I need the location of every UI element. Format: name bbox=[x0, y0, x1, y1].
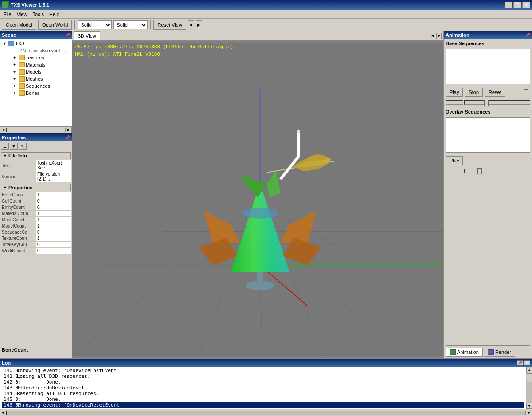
expand-icon-models: + bbox=[13, 70, 18, 74]
viewport-nav-left[interactable]: ◀ bbox=[430, 33, 435, 39]
overlay-sequences-listbox[interactable] bbox=[446, 117, 530, 153]
prop-row-modelcount: ModelCount1 bbox=[1, 223, 71, 229]
render-mode-select-2[interactable]: Solid Wireframe bbox=[113, 20, 148, 29]
tree-item-meshes[interactable]: + Meshes bbox=[1, 75, 71, 82]
tree-label-bones: Bones bbox=[26, 90, 39, 96]
play-overlay-button[interactable]: Play bbox=[446, 156, 463, 165]
base-sequences-label: Base Sequences bbox=[446, 41, 530, 46]
open-model-button[interactable]: Open Model bbox=[2, 20, 36, 30]
scene-pin-icon[interactable]: 📌 bbox=[65, 33, 70, 37]
props-section-header: ▼ Properties bbox=[1, 184, 71, 191]
tree-item-bones[interactable]: + Bones bbox=[1, 90, 71, 97]
render-mode-select-1[interactable]: Solid Wireframe bbox=[78, 20, 112, 29]
pos-slider-thumb bbox=[484, 100, 489, 106]
toolbar: Open Model Open World Solid Wireframe So… bbox=[0, 19, 532, 31]
svg-rect-18 bbox=[257, 272, 263, 288]
prop-row-meshcount: MeshCount1 bbox=[1, 217, 71, 223]
open-world-button[interactable]: Open World bbox=[38, 20, 72, 30]
log-row-146[interactable]: 146 0: Throwing event: 'OnDeviceResetEve… bbox=[2, 402, 524, 408]
expand-icon-materials: + bbox=[13, 63, 18, 67]
log-hscroll[interactable]: ◀ ▶ bbox=[0, 409, 532, 416]
prop-btn-2[interactable]: ▼ bbox=[10, 143, 18, 150]
bonecount-area: BoneCount bbox=[0, 345, 72, 358]
overlay-slider-thumb bbox=[477, 168, 482, 174]
close-button[interactable]: ✕ bbox=[522, 2, 530, 8]
log-msg-144: Resetting all D3D resources. bbox=[15, 391, 101, 396]
menu-tools[interactable]: Tools bbox=[30, 11, 47, 18]
tree-item-textures[interactable]: + Textures bbox=[1, 54, 71, 61]
minimize-button[interactable]: ─ bbox=[505, 2, 512, 8]
tree-icon-models bbox=[19, 69, 25, 75]
reset-button[interactable]: Reset bbox=[485, 88, 505, 97]
animation-pin-icon[interactable]: 📌 bbox=[525, 33, 530, 37]
titlebar: TXS Viewer 1.5.1 ─ ☐ ✕ bbox=[0, 0, 532, 10]
toolbar-nav-left[interactable]: ◀ bbox=[188, 20, 194, 29]
svg-point-21 bbox=[242, 208, 278, 218]
prop-label-text: Text bbox=[1, 160, 36, 171]
prop-row-version: Version File version (2.1)... bbox=[1, 171, 71, 182]
props-table: BoneCount1 CellCount0 EntityCount0 Mater… bbox=[1, 192, 71, 254]
log-header-controls: 📌 ✕ bbox=[517, 360, 530, 365]
toolbar-nav-right[interactable]: ▶ bbox=[196, 20, 202, 29]
tree-icon-textures bbox=[19, 55, 25, 60]
anim-pos-slider-main[interactable] bbox=[464, 100, 530, 105]
render-tab-icon bbox=[488, 349, 494, 355]
maximize-button[interactable]: ☐ bbox=[513, 2, 521, 8]
scene-scrollbar[interactable]: ◀ ▶ bbox=[0, 126, 72, 133]
log-scroll-down[interactable]: ▼ bbox=[526, 403, 532, 409]
props-collapse-icon[interactable]: ▼ bbox=[3, 185, 7, 190]
scroll-right-btn[interactable]: ▶ bbox=[66, 127, 72, 133]
tree-icon-bones bbox=[19, 90, 25, 96]
fileinfo-collapse-icon[interactable]: ▼ bbox=[3, 153, 7, 158]
log-hscroll-left[interactable]: ◀ bbox=[0, 410, 6, 416]
viewport-tab[interactable]: 3D View bbox=[74, 31, 100, 40]
log-hscroll-right[interactable]: ▶ bbox=[526, 410, 532, 416]
viewport-nav-right[interactable]: ▶ bbox=[436, 33, 442, 39]
tree-label-path: Z:\Projects\Barnyard_... bbox=[20, 48, 66, 53]
tree-item-models[interactable]: + Models bbox=[1, 68, 71, 75]
tree-item-materials[interactable]: + Materials bbox=[1, 61, 71, 68]
reset-view-button[interactable]: Reset View bbox=[153, 20, 186, 30]
tree-item-sequences[interactable]: + Sequences bbox=[1, 82, 71, 90]
anim-pos-slider-left[interactable] bbox=[446, 100, 463, 105]
tab-render[interactable]: Render bbox=[484, 348, 515, 357]
prop-value-entitycount: 0 bbox=[36, 204, 71, 211]
prop-label-meshcount: MeshCount bbox=[1, 217, 36, 223]
viewport-area: 3D View ◀ ▶ bbox=[72, 31, 443, 358]
log-scroll-up[interactable]: ▲ bbox=[526, 367, 532, 373]
prop-row-entitycount: EntityCount0 bbox=[1, 204, 71, 211]
scroll-left-btn[interactable]: ◀ bbox=[0, 127, 6, 133]
tree-item-txs[interactable]: ▼ TXS bbox=[1, 40, 71, 47]
toolbar-separator-2 bbox=[150, 20, 151, 29]
prop-btn-3[interactable]: ✎ bbox=[19, 143, 27, 150]
viewport-header: 3D View ◀ ▶ bbox=[72, 31, 443, 41]
menu-help[interactable]: Help bbox=[47, 11, 62, 18]
log-content[interactable]: 140 0: Throwing event: 'OnDeviceLostEven… bbox=[0, 367, 526, 409]
tree-label-materials: Materials bbox=[26, 62, 46, 67]
anim-overlay-slider-main[interactable] bbox=[464, 169, 530, 173]
properties-pin-icon[interactable]: 📌 bbox=[65, 135, 70, 140]
prop-value-texcount: 1 bbox=[36, 235, 71, 242]
log-id-142: 142 0: bbox=[2, 379, 15, 385]
viewport-3d[interactable]: 26.57 fps (880x727), X8R8G8B8 (D24S8) (4… bbox=[72, 41, 443, 358]
base-sequences-listbox[interactable] bbox=[446, 49, 530, 84]
log-scrollbar[interactable]: ▲ ▼ bbox=[526, 367, 532, 409]
prop-btn-1[interactable]: ☰ bbox=[1, 143, 9, 150]
menu-view[interactable]: View bbox=[14, 11, 30, 18]
log-close-btn[interactable]: ✕ bbox=[524, 360, 530, 365]
anim-speed-slider[interactable] bbox=[509, 90, 530, 94]
toolbar-separator-1 bbox=[74, 20, 75, 29]
menu-file[interactable]: File bbox=[1, 11, 14, 18]
tree-item-path[interactable]: Z:\Projects\Barnyard_... bbox=[1, 47, 71, 54]
prop-row-totalkeycount: TotalKeyCou0 bbox=[1, 242, 71, 248]
log-pin-btn[interactable]: 📌 bbox=[517, 360, 523, 365]
anim-overlay-slider-left[interactable] bbox=[446, 169, 463, 173]
log-msg-141: Losing all D3D resources. bbox=[15, 373, 92, 379]
expand-icon-meshes: + bbox=[13, 77, 18, 81]
tab-animation[interactable]: Animation bbox=[446, 348, 483, 357]
prop-row-text: Text Toshi eXport Sce... bbox=[1, 160, 71, 171]
log-header: Log 📌 ✕ bbox=[0, 359, 532, 367]
scene-tree[interactable]: ▼ TXS Z:\Projects\Barnyard_... + T bbox=[0, 39, 72, 126]
stop-button[interactable]: Stop bbox=[465, 88, 483, 97]
play-button[interactable]: Play bbox=[446, 88, 463, 97]
